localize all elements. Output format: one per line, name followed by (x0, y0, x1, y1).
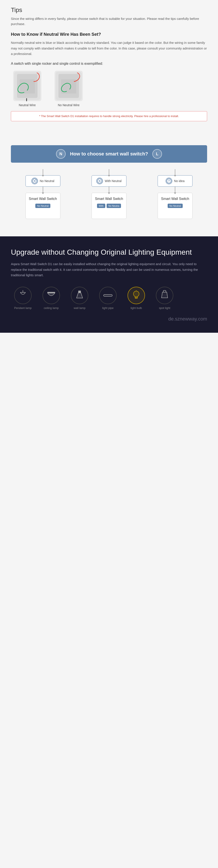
arrow-6 (175, 187, 175, 193)
arrow-5 (175, 169, 175, 175)
no-neutral-wire-switch-box (55, 71, 83, 101)
light-item-bulb: light bulb (124, 287, 148, 310)
product-tags-2: With No Neutra (97, 204, 121, 208)
no-neutral-wire-diagram: No Neutral Wire (55, 71, 83, 107)
l-circle: L (152, 149, 162, 159)
tips-subtitle: How to Know if Neutral Wire Has Been Set… (11, 32, 207, 37)
option-box-no-neutral: N + No Neutral (26, 175, 60, 187)
with-neutral-option-label: With Neutral (105, 179, 121, 183)
wall-lamp-icon (71, 287, 88, 304)
upgrade-body: Aqara Smart Wall Switch D1 can be easily… (11, 261, 207, 278)
spot-light-label: spot light (159, 306, 170, 310)
light-pipe-icon (99, 287, 117, 304)
svg-text:N: N (99, 180, 100, 182)
site-watermark: de.sznewway.com (11, 314, 207, 324)
svg-rect-25 (163, 290, 166, 292)
flow-col-no-neutral: N + No Neutral Smart Wall Switch No Neut… (21, 169, 65, 219)
svg-rect-20 (103, 294, 112, 296)
neutral-wire-diagram: Neutral Wire (13, 71, 41, 107)
choose-banner-title: How to choose smart wall switch? (70, 151, 148, 157)
product-tags-1: No Neutral (35, 204, 50, 208)
upgrade-title: Upgrade without Changing Original Lighti… (11, 247, 207, 257)
wall-lamp-label: wall lamp (74, 306, 86, 310)
tag-with: With (97, 204, 105, 208)
pendant-lamp-icon (14, 287, 32, 304)
product-box-no-neutral: Smart Wall Switch No Neutral (26, 193, 60, 219)
svg-text:+: + (35, 179, 37, 181)
neutral-wire-switch-box (13, 71, 41, 101)
light-item-spot: spot light (153, 287, 177, 310)
product-box-with-neutral: Smart Wall Switch With No Neutra (92, 193, 126, 219)
warning-box: * The Smart Wall Switch D1 installation … (11, 111, 207, 121)
arrow-3 (109, 169, 109, 175)
n-circle: N (56, 149, 66, 159)
tag-no-neutral: No Neutral (35, 204, 50, 208)
tag-no-neutra: No Neutra (106, 204, 121, 208)
light-pipe-label: light pipe (102, 306, 114, 310)
no-neutral-option-label: No Neutral (40, 179, 54, 183)
flow-col-no-idea: ? No idea Smart Wall Switch No Neutral (153, 169, 197, 219)
product-name-2: Smart Wall Switch (95, 196, 123, 201)
product-name-3: Smart Wall Switch (161, 196, 189, 201)
lights-grid: Pendant lamp ceiling lamp wall lamp (11, 287, 207, 310)
tips-example-title: A switch with single rocker and single c… (11, 61, 207, 66)
light-item-wall: wall lamp (68, 287, 92, 310)
arrow-1 (43, 169, 43, 175)
svg-text:?: ? (168, 180, 170, 183)
light-item-pendant: Pendant lamp (11, 287, 35, 310)
option-box-with-neutral: N With Neutral (92, 175, 126, 187)
arrow-4 (109, 187, 109, 193)
product-name-1: Smart Wall Switch (29, 196, 57, 201)
svg-point-21 (133, 291, 139, 297)
no-neutral-icon: N + (31, 178, 38, 184)
neutral-wire-label: Neutral Wire (19, 103, 36, 107)
ceiling-lamp-label: ceiling lamp (44, 306, 59, 310)
tips-section: Tips Since the wiring differs in every f… (0, 0, 218, 141)
light-item-pipe: light pipe (96, 287, 120, 310)
tips-body: Normally neutral wire is blue or black a… (11, 40, 207, 57)
tips-title: Tips (11, 6, 207, 13)
tips-intro: Since the wiring differs in every family… (11, 16, 207, 27)
flow-col-with-neutral: N With Neutral Smart Wall Switch With No… (87, 169, 131, 219)
light-item-ceiling: ceiling lamp (39, 287, 63, 310)
with-neutral-icon: N (96, 178, 103, 184)
svg-rect-18 (78, 291, 81, 293)
ceiling-lamp-icon (42, 287, 60, 304)
no-idea-icon: ? (166, 178, 172, 184)
upgrade-section: Upgrade without Changing Original Lighti… (0, 236, 218, 333)
warning-text: * The Smart Wall Switch D1 installation … (15, 114, 203, 119)
spot-light-icon (156, 287, 173, 304)
choose-section: N How to choose smart wall switch? L N +… (0, 141, 218, 236)
watermark: de.sznewway.com (11, 314, 207, 324)
no-neutral-wire-label: No Neutral Wire (58, 103, 80, 107)
product-tags-3: No Neutral (168, 204, 183, 208)
no-idea-option-label: No idea (174, 179, 184, 183)
choose-banner: N How to choose smart wall switch? L (11, 145, 207, 163)
svg-rect-17 (47, 292, 55, 293)
light-bulb-icon (127, 287, 145, 304)
option-box-no-idea: ? No idea (158, 175, 192, 187)
tag-no-neutral-3: No Neutral (168, 204, 183, 208)
switch-diagrams: Neutral Wire No Neutral Wire (11, 71, 207, 107)
pendant-lamp-label: Pendant lamp (14, 306, 32, 310)
light-bulb-label: light bulb (131, 306, 142, 310)
svg-rect-2 (20, 80, 35, 94)
flowchart: N + No Neutral Smart Wall Switch No Neut… (11, 169, 207, 219)
product-box-no-idea: Smart Wall Switch No Neutral (158, 193, 192, 219)
arrow-2 (43, 187, 43, 193)
